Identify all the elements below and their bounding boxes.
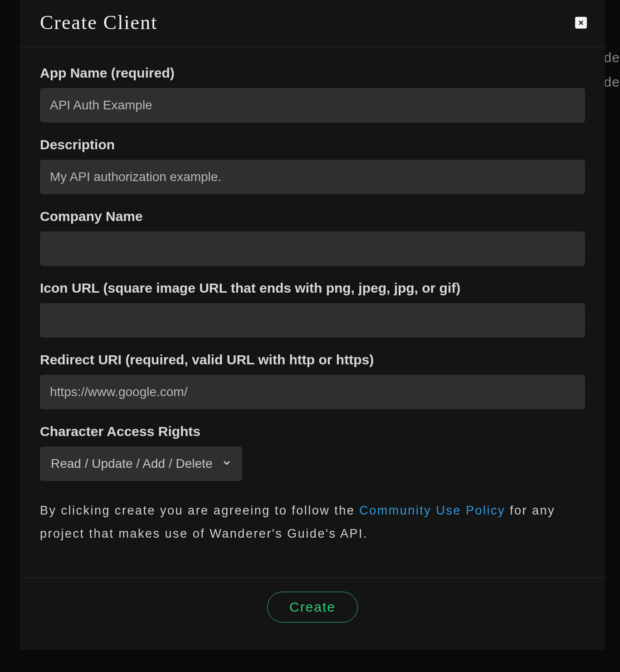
app-name-input[interactable] <box>40 88 585 123</box>
field-description: Description <box>40 137 585 194</box>
close-button[interactable]: × <box>575 17 587 29</box>
access-rights-label: Character Access Rights <box>40 424 585 439</box>
field-app-name: App Name (required) <box>40 65 585 123</box>
redirect-uri-input[interactable] <box>40 375 585 409</box>
redirect-uri-label: Redirect URI (required, valid URL with h… <box>40 352 585 368</box>
app-name-label: App Name (required) <box>40 65 585 81</box>
access-rights-select-wrap: Read / Update / Add / Delete <box>40 446 242 481</box>
description-label: Description <box>40 137 585 152</box>
field-access-rights: Character Access Rights Read / Update / … <box>40 424 585 481</box>
modal-footer: Create <box>20 578 605 650</box>
modal-body: App Name (required) Description Company … <box>20 47 605 569</box>
company-name-input[interactable] <box>40 231 585 266</box>
access-rights-selected: Read / Update / Add / Delete <box>51 456 212 471</box>
icon-url-label: Icon URL (square image URL that ends wit… <box>40 280 585 296</box>
access-rights-select[interactable]: Read / Update / Add / Delete <box>40 446 242 481</box>
agreement-prefix: By clicking create you are agreeing to f… <box>40 504 359 517</box>
modal-title: Create Client <box>40 11 157 34</box>
icon-url-input[interactable] <box>40 303 585 338</box>
community-use-policy-link[interactable]: Community Use Policy <box>359 504 505 517</box>
field-company-name: Company Name <box>40 209 585 266</box>
company-name-label: Company Name <box>40 209 585 224</box>
field-redirect-uri: Redirect URI (required, valid URL with h… <box>40 352 585 409</box>
create-button[interactable]: Create <box>267 592 358 623</box>
field-icon-url: Icon URL (square image URL that ends wit… <box>40 280 585 338</box>
agreement-text: By clicking create you are agreeing to f… <box>40 499 585 546</box>
description-input[interactable] <box>40 160 585 194</box>
modal-header: Create Client × <box>20 0 605 47</box>
create-client-modal: Create Client × App Name (required) Desc… <box>20 0 605 650</box>
close-icon: × <box>578 18 584 27</box>
